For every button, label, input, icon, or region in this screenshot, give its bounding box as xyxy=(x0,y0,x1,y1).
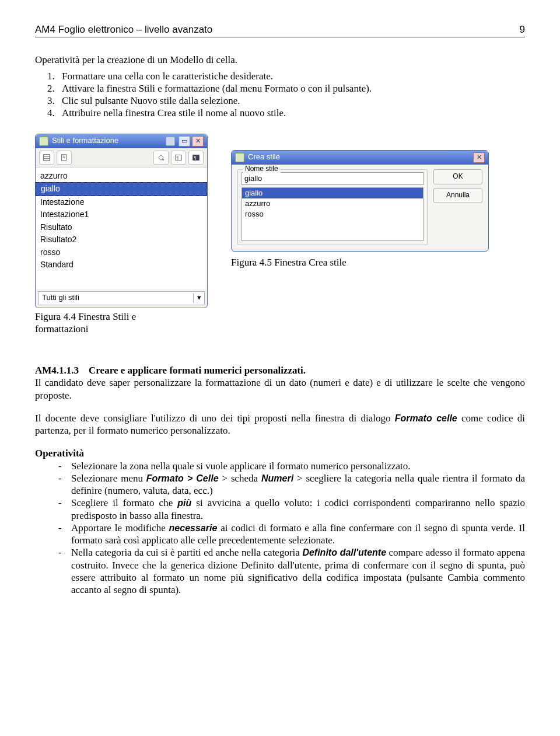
list-item-selected[interactable]: giallo xyxy=(36,182,207,196)
style-name-input[interactable]: giallo xyxy=(242,172,424,185)
list-item[interactable]: Standard xyxy=(36,259,207,271)
filter-combo[interactable]: Tutti gli stili ▾ xyxy=(38,291,205,305)
svg-text:¶: ¶ xyxy=(194,155,197,159)
list-item[interactable]: Risultato2 xyxy=(36,233,207,246)
step-item: Attivare la finestra Stili e formattazio… xyxy=(57,82,525,95)
list-item: Nella categoria da cui si è partiti ed a… xyxy=(55,546,525,596)
minimize-button[interactable]: ▭ xyxy=(178,136,190,146)
titlebar: Stili e formattazione ▭ ✕ xyxy=(36,134,207,148)
dialog-close-button[interactable]: ✕ xyxy=(473,152,485,163)
steps-list: Formattare una cella con le caratteristi… xyxy=(57,70,525,120)
styles-window: Stili e formattazione ▭ ✕ xyxy=(35,134,208,308)
chevron-down-icon[interactable]: ▾ xyxy=(193,293,204,302)
list-item[interactable]: Intestazione xyxy=(36,196,207,209)
svg-point-6 xyxy=(162,159,164,161)
step-item: Clic sul pulsante Nuovo stile dalla sele… xyxy=(57,95,525,107)
header-left: AM4 Foglio elettronico – livello avanzat… xyxy=(35,23,212,36)
list-item[interactable]: Risultato xyxy=(36,221,207,234)
subsection-number: AM4.1.1.3 xyxy=(35,365,79,376)
combo-value: Tutti gli stili xyxy=(38,293,193,302)
window-title: Stili e formattazione xyxy=(52,136,159,145)
step-item: Formattare una cella con le caratteristi… xyxy=(57,70,525,82)
pin-icon[interactable] xyxy=(166,137,175,146)
list-item[interactable]: azzurro xyxy=(242,198,423,209)
figure-caption-left-2: formattazioni xyxy=(35,323,525,335)
figures-row: Stili e formattazione ▭ ✕ xyxy=(35,134,525,308)
toolbar: ¶ ¶ xyxy=(36,148,207,168)
dialog-title: Crea stile xyxy=(248,152,470,162)
subsection-para1: Il candidato deve saper personalizzare l… xyxy=(35,376,525,402)
ok-button[interactable]: OK xyxy=(433,169,482,184)
list-item[interactable]: rosso xyxy=(242,209,423,219)
list-item[interactable]: azzurro xyxy=(36,170,207,183)
figure-caption-left-1: Figura 4.4 Finestra Stili e xyxy=(35,311,525,323)
header-rule xyxy=(35,37,525,37)
new-style-icon[interactable]: ¶ xyxy=(171,151,186,165)
operativita-title: Operatività xyxy=(35,447,525,459)
list-item[interactable]: Intestazione1 xyxy=(36,208,207,221)
list-item: Scegliere il formato che più si avvicina… xyxy=(55,497,525,522)
subsection-heading: AM4.1.1.3 Creare e applicare formati num… xyxy=(35,364,525,376)
app-icon xyxy=(39,137,48,146)
page-number: 9 xyxy=(520,23,525,36)
list-item[interactable]: rosso xyxy=(36,246,207,259)
page-header: AM4 Foglio elettronico – livello avanzat… xyxy=(35,23,525,36)
svg-rect-0 xyxy=(44,154,50,161)
update-style-icon[interactable]: ¶ xyxy=(188,151,204,165)
cell-styles-icon[interactable] xyxy=(39,151,54,165)
name-groupbox: Nome stile giallo giallo azzurro rosso xyxy=(237,169,428,245)
groupbox-legend: Nome stile xyxy=(243,165,281,173)
style-name-list[interactable]: giallo azzurro rosso xyxy=(242,187,424,241)
list-item-selected[interactable]: giallo xyxy=(242,188,423,198)
step-item: Attribuire nella finestra Crea stile il … xyxy=(57,107,525,119)
dialog-titlebar: Crea stile ✕ xyxy=(232,151,488,165)
close-button[interactable]: ✕ xyxy=(192,136,204,146)
style-list[interactable]: azzurro giallo Intestazione Intestazione… xyxy=(36,168,207,289)
create-style-dialog: Crea stile ✕ Nome stile giallo giallo az… xyxy=(231,150,489,252)
cancel-button[interactable]: Annulla xyxy=(433,188,482,203)
list-item: Apportare le modifiche necessarie ai cod… xyxy=(55,522,525,547)
page-styles-icon[interactable] xyxy=(57,151,72,165)
list-item: Selezionare la zona nella quale si vuole… xyxy=(55,460,525,472)
section-title: Operatività per la creazione di un Model… xyxy=(35,54,525,66)
subsection-para2: Il docente deve consigliare l'utilizzo d… xyxy=(35,412,525,437)
list-item: Selezionare menu Formato > Celle > sched… xyxy=(55,472,525,497)
subsection-title: Creare e applicare formati numerici pers… xyxy=(89,365,306,376)
operativita-list: Selezionare la zona nella quale si vuole… xyxy=(55,460,525,597)
dialog-app-icon xyxy=(235,153,244,162)
figure-caption-right: Figura 4.5 Finestra Crea stile xyxy=(231,256,525,268)
fill-format-icon[interactable] xyxy=(153,151,169,165)
svg-text:¶: ¶ xyxy=(177,155,179,159)
